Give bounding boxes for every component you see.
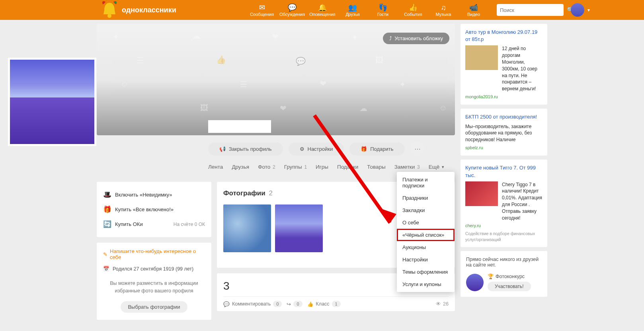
choose-photos-button[interactable]: Выбрать фотографии bbox=[121, 301, 187, 313]
pencil-icon: ✎ bbox=[103, 251, 107, 257]
dropdown-item-holidays[interactable]: Праздники bbox=[397, 192, 455, 204]
comment-button[interactable]: 💬Комментировать0 bbox=[223, 301, 282, 307]
megaphone-icon: 📢 bbox=[219, 146, 226, 152]
thumbsup-icon: 👍 bbox=[409, 3, 418, 12]
user-avatar[interactable] bbox=[571, 3, 584, 17]
tab-photo[interactable]: Фото 2 bbox=[258, 164, 275, 170]
link-buy-ok[interactable]: 🔄Купить ОКиНа счёте 0 ОК bbox=[103, 217, 205, 232]
comment-icon: 💬 bbox=[223, 301, 230, 307]
upload-icon: ⤴ bbox=[389, 35, 392, 41]
search-input[interactable] bbox=[500, 7, 567, 13]
nav-friends[interactable]: 👥Друзья bbox=[338, 3, 368, 17]
ad-title[interactable]: БКТП 2500 от производителя! bbox=[465, 113, 543, 121]
music-icon: ♫ bbox=[441, 3, 446, 12]
nav-events[interactable]: 👍События bbox=[398, 3, 428, 17]
trophy-icon: 🏆 bbox=[488, 273, 494, 279]
ad-source: mongolia2019.ru bbox=[465, 94, 543, 100]
balance-text: На счёте 0 ОК bbox=[174, 222, 205, 227]
klass-button[interactable]: 👍Класс1 bbox=[307, 301, 341, 307]
ad-block[interactable]: БКТП 2500 от производителя! Мы–производи… bbox=[461, 109, 547, 156]
dropdown-item-about[interactable]: О себе bbox=[397, 216, 455, 229]
ad-source: chery.ru bbox=[465, 223, 543, 229]
tab-games[interactable]: Игры bbox=[316, 164, 328, 170]
dropdown-item-payments[interactable]: Платежи и подписки bbox=[397, 173, 455, 192]
giftbox-icon: 🎁 bbox=[103, 205, 111, 214]
nav-music[interactable]: ♫Музыка bbox=[428, 3, 459, 17]
tab-friends[interactable]: Друзья bbox=[232, 164, 249, 170]
nav-guests[interactable]: 👣Гости bbox=[368, 3, 398, 17]
ad-text: Мы–производитель, закажите оборудование … bbox=[465, 123, 543, 143]
header-nav: ✉Сообщения 💬Обсуждения 🔔Оповещения 👥Друз… bbox=[247, 3, 489, 17]
ad-text: Chery Tiggo 7 в наличии! Кредит 0,01%. А… bbox=[502, 181, 543, 222]
gift-icon: 🎁 bbox=[361, 146, 367, 152]
tab-feed[interactable]: Лента bbox=[208, 164, 223, 170]
bell-icon bbox=[100, 1, 119, 19]
ad-text: 12 дней по дорогам Монголии, 3000км, 10 … bbox=[502, 45, 543, 92]
profile-cover: ✦☁❤✦ ☰👍💬🖼 ☺☰❤✦ 🖼❤☁☺ ⤴ Установить обложку bbox=[97, 24, 455, 135]
settings-button[interactable]: ⚙Настройки bbox=[289, 142, 344, 156]
ad-title[interactable]: Купите новый Тигго 7. От 999 тыс. bbox=[465, 164, 543, 179]
video-icon: 📹 bbox=[469, 3, 478, 12]
contest-button[interactable]: Участвовать! bbox=[488, 282, 531, 291]
more-dropdown: Платежи и подписки Праздники Закладки О … bbox=[397, 172, 455, 292]
ad-image bbox=[465, 45, 498, 70]
ad-note: Содействие в подборе финансовых услуг/ор… bbox=[465, 231, 543, 242]
set-cover-button[interactable]: ⤴ Установить обложку bbox=[383, 33, 449, 44]
contest-avatar bbox=[466, 274, 484, 291]
write-about-link[interactable]: ✎Напишите что-нибудь интересное о себе bbox=[103, 248, 205, 260]
eye-icon: 👁 bbox=[436, 301, 441, 307]
people-icon: 👥 bbox=[348, 3, 357, 12]
coins-icon: 🔄 bbox=[103, 220, 111, 228]
more-actions-button[interactable]: ⋯ bbox=[410, 142, 425, 156]
photo-thumb[interactable] bbox=[275, 204, 323, 252]
ad-image bbox=[465, 181, 498, 206]
profile-name bbox=[208, 120, 271, 133]
search-box[interactable]: 🔍 bbox=[497, 4, 564, 16]
svg-point-1 bbox=[102, 1, 105, 4]
contest-block: 🏆Фотоконкурс Участвовать! bbox=[466, 273, 542, 291]
ad-block[interactable]: Авто тур в Монголию 29.07.19 от 85т.р 12… bbox=[461, 24, 547, 105]
nav-video[interactable]: 📹Видео bbox=[459, 3, 489, 17]
friends-online-text: Прямо сейчас никого из друзей на сайте н… bbox=[466, 257, 542, 268]
dropdown-item-blacklist[interactable]: «Чёрный список» bbox=[397, 229, 455, 241]
photos-title: Фотографии 2 bbox=[223, 189, 273, 197]
quick-links-panel: 🎩Включить «Невидимку» 🎁Купить «Все включ… bbox=[97, 182, 211, 237]
views-count: 👁26 bbox=[436, 301, 449, 307]
tab-gifts[interactable]: Подарки bbox=[337, 164, 358, 170]
tab-goods[interactable]: Товары bbox=[367, 164, 385, 170]
top-header: одноклассники ✉Сообщения 💬Обсуждения 🔔Оп… bbox=[0, 0, 644, 20]
calendar-icon: 📅 bbox=[103, 266, 109, 272]
svg-point-2 bbox=[114, 1, 117, 4]
chevron-down-icon[interactable]: ▼ bbox=[587, 8, 591, 12]
dropdown-item-bookmarks[interactable]: Закладки bbox=[397, 204, 455, 216]
nav-messages[interactable]: ✉Сообщения bbox=[247, 3, 277, 17]
bell-nav-icon: 🔔 bbox=[318, 3, 327, 12]
footprints-icon: 👣 bbox=[379, 3, 387, 12]
tab-groups[interactable]: Группы 1 bbox=[284, 164, 307, 170]
ad-source: spbelz.ru bbox=[465, 145, 543, 151]
link-all-inclusive[interactable]: 🎁Купить «Все включено!» bbox=[103, 202, 205, 217]
ad-block[interactable]: Купите новый Тигго 7. От 999 тыс. Chery … bbox=[461, 160, 547, 247]
profile-avatar[interactable] bbox=[8, 58, 96, 146]
dropdown-item-themes[interactable]: Темы оформления bbox=[397, 266, 455, 278]
friends-online-panel: Прямо сейчас никого из друзей на сайте н… bbox=[461, 251, 547, 297]
about-desc: Вы можете разместить в информации избран… bbox=[103, 280, 205, 295]
caret-down-icon: ▼ bbox=[441, 165, 445, 169]
link-invisible[interactable]: 🎩Включить «Невидимку» bbox=[103, 187, 205, 202]
dropdown-item-services[interactable]: Услуги и купоны bbox=[397, 278, 455, 290]
photo-thumb[interactable] bbox=[223, 204, 271, 252]
tab-more[interactable]: Ещё ▼ bbox=[429, 164, 445, 170]
close-profile-button[interactable]: 📢Закрыть профиль bbox=[208, 142, 283, 156]
ad-title[interactable]: Авто тур в Монголию 29.07.19 от 85т.р bbox=[465, 29, 543, 43]
hat-icon: 🎩 bbox=[103, 191, 111, 199]
share-button[interactable]: ↪0 bbox=[287, 301, 302, 307]
nav-discussions[interactable]: 💬Обсуждения bbox=[277, 3, 307, 17]
site-name: одноклассники bbox=[122, 6, 176, 14]
nav-notifications[interactable]: 🔔Оповещения bbox=[307, 3, 338, 17]
tab-notes[interactable]: Заметки 3 bbox=[394, 164, 420, 170]
dropdown-item-auctions[interactable]: Аукционы bbox=[397, 241, 455, 253]
site-logo[interactable]: одноклассники bbox=[100, 1, 176, 19]
contest-title: 🏆Фотоконкурс bbox=[488, 273, 542, 279]
dropdown-item-settings[interactable]: Настройки bbox=[397, 253, 455, 266]
gift-button[interactable]: 🎁Подарить bbox=[349, 142, 404, 156]
